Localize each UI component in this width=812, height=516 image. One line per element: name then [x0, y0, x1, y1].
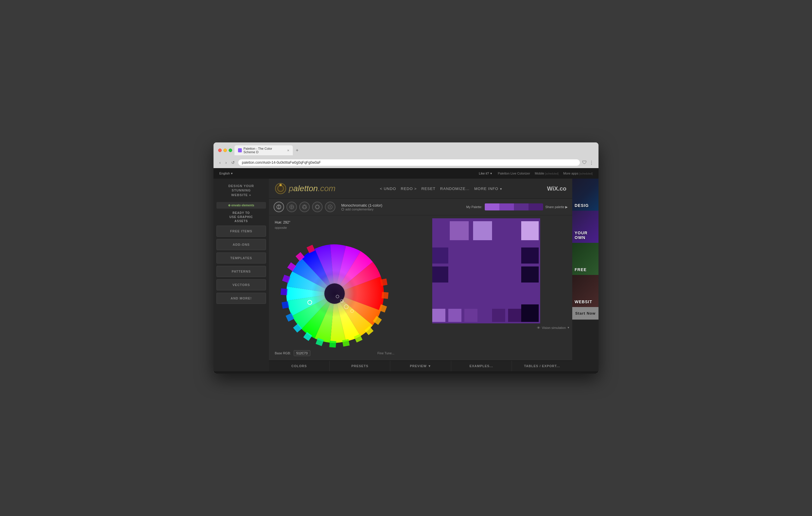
undo-button[interactable]: < UNDO	[380, 187, 396, 191]
tables-export-tab[interactable]: TABLES / EXPORT...	[512, 361, 572, 371]
minimize-button[interactable]	[224, 148, 227, 152]
add-complementary: add complementary	[341, 208, 453, 211]
browser-window: Paletton - The Color Scheme D ✕ + ‹ › ↺ …	[213, 142, 599, 374]
traffic-lights	[218, 148, 232, 152]
paletton-logo-icon	[275, 183, 286, 194]
like-it-button[interactable]: Like it? ▾	[479, 172, 492, 175]
redo-button[interactable]: REDO >	[401, 187, 417, 191]
scheme-icon-adjacent[interactable]	[286, 202, 297, 212]
browser-menu-button[interactable]: ⋮	[589, 160, 594, 165]
bottom-tabs: COLORS PRESETS PREVIEW ▼ EXAMPLES... TAB…	[269, 360, 572, 371]
reset-button[interactable]: RESET	[422, 187, 435, 191]
mobile-link[interactable]: Mobile [scheduled]	[534, 172, 558, 175]
scheme-icon-mono[interactable]	[273, 202, 284, 212]
palette-display[interactable]	[403, 218, 569, 323]
top-nav-right: Paletton Live Colorizer Mobile [schedule…	[498, 172, 593, 175]
your-own-ad[interactable]: YOUROWN	[572, 211, 599, 243]
refresh-button[interactable]: ↺	[230, 160, 236, 165]
scheme-icon-triad[interactable]	[299, 202, 310, 212]
svg-rect-44	[448, 309, 461, 322]
free-items-button[interactable]: FREE ITEMS	[216, 226, 266, 237]
svg-rect-43	[432, 309, 445, 322]
scheme-row: Monochromatic (1-color) add complementar…	[269, 199, 572, 215]
active-tab[interactable]: Paletton - The Color Scheme D ✕	[234, 145, 293, 155]
scrollbar[interactable]	[213, 371, 599, 374]
base-rgb-label: Base RGB:	[275, 351, 291, 355]
palette-segment-2	[499, 203, 514, 211]
website-ad-text: WEBSIT	[575, 299, 596, 304]
randomize-button[interactable]: RANDOMIZE...	[440, 187, 470, 191]
eye-icon: 👁	[537, 326, 540, 329]
and-more-button[interactable]: AND MORE!	[216, 293, 266, 304]
tab-close-icon[interactable]: ✕	[287, 149, 289, 152]
palette-row: My Palette: Share palette ▶	[456, 203, 568, 211]
presets-tab[interactable]: PRESETS	[329, 361, 390, 371]
svg-point-16	[324, 283, 345, 304]
preview-tab[interactable]: PREVIEW ▼	[390, 361, 451, 371]
right-sidebar: DESIG YOUROWN FREE WEBSIT Start Now	[572, 179, 599, 371]
tab-title: Paletton - The Color Scheme D	[243, 147, 284, 154]
top-navigation: English ▾ Like it? ▾ Paletton Live Color…	[213, 168, 599, 179]
back-button[interactable]: ‹	[218, 160, 222, 165]
tool-content: Hue: 292° opposite	[269, 215, 572, 360]
rgb-row: Base RGB: 512C73 Fine Tune...	[272, 349, 397, 357]
maximize-button[interactable]	[229, 148, 232, 152]
my-palette-label: My Palette:	[466, 205, 482, 209]
more-apps-link[interactable]: More apps [scheduled]	[563, 172, 593, 175]
svg-rect-18	[381, 292, 388, 299]
colors-tab[interactable]: COLORS	[269, 361, 329, 371]
radio-icon[interactable]	[341, 208, 344, 211]
svg-rect-17	[380, 278, 387, 286]
svg-rect-24	[329, 341, 336, 348]
start-now-button[interactable]: Start Now	[572, 307, 599, 320]
hue-value: Hue: 292°	[275, 220, 290, 224]
website-ad[interactable]: WEBSIT	[572, 275, 599, 307]
palette-section: 👁 Vision simulation ▾	[403, 218, 569, 357]
your-own-ad-text: YOUROWN	[575, 230, 596, 240]
language-selector[interactable]: English ▾	[219, 172, 233, 175]
chevron-down-icon: ▾	[490, 172, 492, 175]
add-ons-button[interactable]: ADD-ONS	[216, 239, 266, 250]
scheme-name-area: Monochromatic (1-color) add complementar…	[338, 203, 453, 211]
tab-bar: Paletton - The Color Scheme D ✕ +	[234, 145, 594, 155]
palette-segment-3	[514, 203, 528, 211]
sidebar-promo: DESIGN YOURSTUNNINGWEBSITE »	[228, 182, 254, 200]
scheme-name: Monochromatic (1-color)	[341, 203, 453, 208]
new-tab-button[interactable]: +	[294, 147, 300, 154]
templates-button[interactable]: TEMPLATES	[216, 252, 266, 264]
svg-rect-45	[464, 309, 477, 322]
svg-rect-30	[281, 288, 288, 295]
svg-rect-29	[282, 301, 289, 308]
svg-point-10	[315, 205, 319, 209]
svg-rect-47	[508, 309, 521, 322]
examples-tab[interactable]: EXAMPLES...	[451, 361, 512, 371]
extensions-button[interactable]: 🛡	[582, 160, 587, 165]
address-input[interactable]	[238, 159, 580, 166]
svg-rect-36	[450, 221, 469, 240]
scheme-icon-tetrad[interactable]	[312, 202, 323, 212]
svg-rect-37	[473, 221, 492, 240]
vectors-button[interactable]: VECTORS	[216, 279, 266, 290]
opposite-label: opposite	[275, 226, 287, 229]
chevron-down-icon: ▾	[568, 326, 569, 329]
live-colorizer-link[interactable]: Paletton Live Colorizer	[498, 172, 530, 175]
envato-logo: ⊕ envato elements	[220, 204, 262, 207]
svg-rect-38	[521, 221, 539, 240]
scheme-icon-free[interactable]	[325, 202, 336, 212]
logo-text: paletton.com	[289, 184, 336, 193]
patterns-button[interactable]: PATTERNS	[216, 266, 266, 277]
color-tool: Monochromatic (1-color) add complementar…	[269, 199, 572, 371]
close-button[interactable]	[218, 148, 222, 152]
forward-button[interactable]: ›	[224, 160, 228, 165]
svg-point-13	[329, 206, 331, 208]
svg-rect-46	[492, 309, 505, 322]
more-info-button[interactable]: MORE INFO	[474, 187, 502, 191]
share-palette-button[interactable]: Share palette ▶	[545, 205, 568, 209]
app-content: English ▾ Like it? ▾ Paletton Live Color…	[213, 168, 599, 374]
svg-rect-40	[432, 267, 448, 282]
color-wheel-container[interactable]	[279, 238, 390, 349]
main-layout: DESIGN YOURSTUNNINGWEBSITE » ⊕ envato el…	[213, 179, 599, 371]
free-ad[interactable]: FREE	[572, 243, 599, 275]
fine-tune-button[interactable]: Fine Tune...	[377, 351, 394, 355]
design-ad[interactable]: DESIG	[572, 179, 599, 211]
